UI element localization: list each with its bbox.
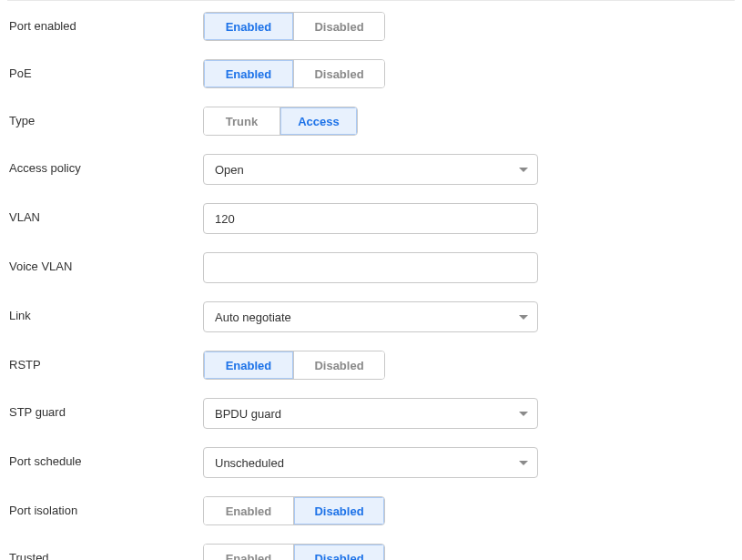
select-access-policy-value: Open <box>215 163 244 177</box>
row-poe: PoE Enabled Disabled <box>7 59 735 88</box>
label-trusted: Trusted <box>7 544 203 560</box>
label-stp-guard: STP guard <box>7 398 203 419</box>
label-access-policy: Access policy <box>7 154 203 175</box>
toggle-trusted-disabled[interactable]: Disabled <box>294 545 384 560</box>
row-type: Type Trunk Access <box>7 107 735 136</box>
label-poe: PoE <box>7 59 203 80</box>
toggle-trusted-enabled[interactable]: Enabled <box>204 545 294 560</box>
toggle-poe: Enabled Disabled <box>203 59 385 88</box>
label-rstp: RSTP <box>7 351 203 372</box>
toggle-poe-enabled[interactable]: Enabled <box>204 60 294 87</box>
chevron-down-icon <box>519 168 528 172</box>
select-port-schedule-value: Unscheduled <box>215 456 284 470</box>
toggle-port-isolation-enabled[interactable]: Enabled <box>204 497 294 524</box>
toggle-type: Trunk Access <box>203 107 358 136</box>
toggle-rstp-enabled[interactable]: Enabled <box>204 351 294 379</box>
chevron-down-icon <box>519 461 528 465</box>
row-rstp: RSTP Enabled Disabled <box>7 351 735 380</box>
chevron-down-icon <box>519 412 528 416</box>
row-voice-vlan: Voice VLAN <box>7 252 735 283</box>
toggle-port-enabled-enabled[interactable]: Enabled <box>204 13 294 40</box>
toggle-port-isolation-disabled[interactable]: Disabled <box>294 497 384 524</box>
port-settings-form: Port enabled Enabled Disabled PoE Enable… <box>7 0 735 560</box>
select-port-schedule[interactable]: Unscheduled <box>203 447 538 478</box>
row-access-policy: Access policy Open <box>7 154 735 185</box>
label-type: Type <box>7 107 203 127</box>
chevron-down-icon <box>519 315 528 320</box>
select-access-policy[interactable]: Open <box>203 154 538 185</box>
select-link[interactable]: Auto negotiate <box>203 301 538 332</box>
toggle-port-isolation: Enabled Disabled <box>203 496 385 525</box>
toggle-trusted: Enabled Disabled <box>203 544 385 560</box>
row-port-enabled: Port enabled Enabled Disabled <box>7 12 735 41</box>
row-trusted: Trusted Enabled Disabled <box>7 544 735 560</box>
row-stp-guard: STP guard BPDU guard <box>7 398 735 429</box>
toggle-type-trunk[interactable]: Trunk <box>204 107 280 135</box>
select-stp-guard[interactable]: BPDU guard <box>203 398 538 429</box>
label-link: Link <box>7 301 203 322</box>
toggle-type-access[interactable]: Access <box>280 107 357 135</box>
toggle-rstp-disabled[interactable]: Disabled <box>294 351 384 379</box>
row-vlan: VLAN <box>7 203 735 234</box>
input-voice-vlan[interactable] <box>203 252 538 283</box>
toggle-rstp: Enabled Disabled <box>203 351 385 380</box>
label-voice-vlan: Voice VLAN <box>7 252 203 273</box>
label-port-schedule: Port schedule <box>7 447 203 468</box>
row-port-isolation: Port isolation Enabled Disabled <box>7 496 735 525</box>
toggle-port-enabled: Enabled Disabled <box>203 12 385 41</box>
input-vlan[interactable] <box>203 203 538 234</box>
row-port-schedule: Port schedule Unscheduled <box>7 447 735 478</box>
label-port-enabled: Port enabled <box>7 12 203 33</box>
label-port-isolation: Port isolation <box>7 496 203 517</box>
row-link: Link Auto negotiate <box>7 301 735 332</box>
select-stp-guard-value: BPDU guard <box>215 407 281 421</box>
select-link-value: Auto negotiate <box>215 311 291 324</box>
toggle-port-enabled-disabled[interactable]: Disabled <box>294 13 384 40</box>
label-vlan: VLAN <box>7 203 203 224</box>
toggle-poe-disabled[interactable]: Disabled <box>294 60 384 87</box>
